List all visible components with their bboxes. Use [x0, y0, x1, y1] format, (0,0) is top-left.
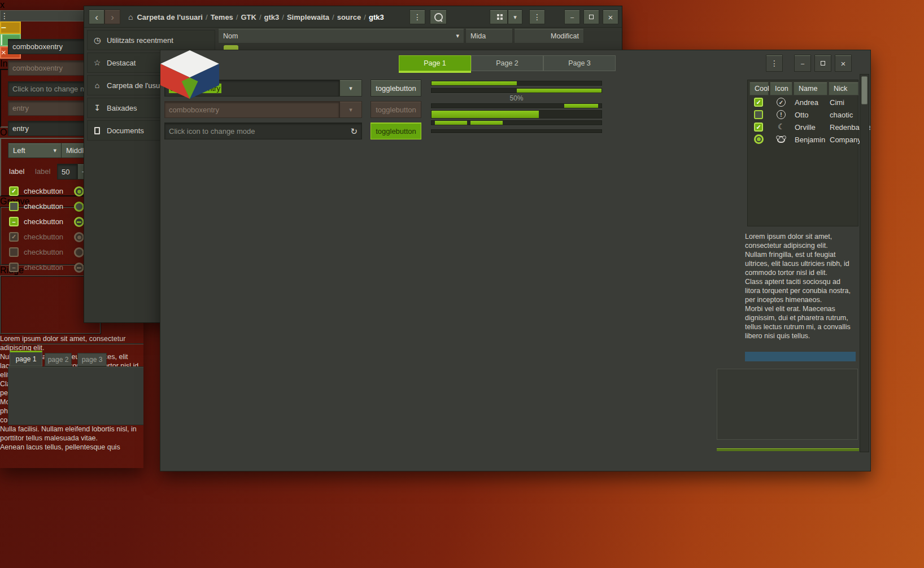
wf3-tree-header-nick[interactable]: Nick [829, 82, 858, 95]
wf3-scale-partial[interactable] [431, 129, 602, 133]
view-grid-button[interactable] [490, 10, 508, 24]
wf4-label-disabled: label [35, 167, 50, 176]
wf4-spinbutton-value[interactable]: 50 [57, 164, 77, 180]
row-checkbox-checked[interactable]: ✓ [754, 98, 763, 107]
wf4-label: label [9, 167, 24, 176]
search-button[interactable] [430, 10, 447, 24]
monkey-icon [777, 136, 785, 143]
moon-icon: ☾ [778, 123, 785, 130]
wf4-minimize-button[interactable]: – [0, 21, 21, 34]
wf3-progressbar-thick [431, 110, 602, 119]
text-selection-bar [745, 352, 856, 361]
forward-icon: › [111, 12, 114, 22]
menu-dots-icon: ⋮ [533, 13, 541, 21]
chevron-down-icon: ▾ [349, 85, 352, 91]
wf3-textview[interactable]: Lorem ipsum dolor sit amet, consectetur … [745, 232, 856, 364]
back-button[interactable]: ‹ [89, 10, 104, 24]
search-icon [434, 13, 443, 21]
wf3-tree-header-cool[interactable]: Cool [749, 82, 769, 95]
breadcrumb-home[interactable]: Carpeta de l'usuari [137, 13, 203, 21]
nb1-tab-page2[interactable]: page 2 [45, 353, 72, 366]
radio-mixed-disabled [74, 263, 84, 273]
clock-icon: ◷ [88, 36, 107, 45]
wf3-togglebutton-2: togglebutton [371, 101, 421, 118]
wf3-active-tab-underline [399, 71, 471, 73]
nb1-content [8, 366, 143, 425]
wf3-tree-header-name[interactable]: Name [794, 82, 827, 95]
wf3-maximize-button[interactable] [814, 55, 831, 72]
wf4-combo-left[interactable]: Left▾ [8, 143, 62, 158]
wf3-minimize-button[interactable]: – [794, 55, 811, 72]
checkbox-checked[interactable]: ✓ [9, 186, 19, 196]
wf3-tab-page1[interactable]: Page 1 [399, 55, 471, 71]
refresh-icon[interactable]: ↻ [350, 127, 358, 136]
breadcrumb-simplewaita[interactable]: Simplewaita [287, 13, 329, 21]
checkbox-mixed[interactable]: – [9, 217, 19, 226]
menu-dots-icon: ⋮ [413, 13, 421, 21]
minimize-icon: – [1, 23, 6, 32]
checkbox-checked-disabled: ✓ [9, 232, 19, 242]
breadcrumb-gtk[interactable]: GTK [241, 13, 256, 21]
nb1-tab-page3[interactable]: page 3 [77, 353, 107, 366]
wf3-tree-header-icon[interactable]: Icon [770, 82, 792, 95]
wf3-menu-button[interactable]: ⋮ [766, 55, 783, 72]
selected-text-line: Aenean lacus tellus, pellentesque quis [0, 443, 143, 452]
row-radio-selected[interactable] [754, 134, 764, 144]
menu-dots-icon: ⋮ [1, 11, 8, 20]
wf3-scrollbar[interactable] [860, 74, 869, 452]
maximize-button[interactable] [583, 10, 599, 24]
home-icon: ⌂ [88, 81, 107, 90]
wf3-horizontal-scrollbar[interactable] [717, 448, 859, 451]
separator [2, 343, 143, 344]
nb1-tab-page1[interactable]: page 1 [10, 351, 42, 366]
column-header-modified[interactable]: Modificat [514, 28, 584, 43]
forward-button[interactable]: › [104, 10, 120, 24]
column-header-name[interactable]: Nom ▾ [218, 28, 464, 43]
checkbox-unchecked[interactable] [9, 202, 19, 211]
path-menu-button[interactable]: ⋮ [409, 10, 425, 24]
maximize-icon [1, 34, 2, 45]
wf3-progress-label: 50% [431, 94, 602, 102]
wf3-combo-dropdown[interactable]: ▾ [339, 80, 362, 97]
breadcrumb-source[interactable]: source [337, 13, 361, 21]
minimize-icon: – [570, 14, 574, 20]
check-circle-icon: ✓ [777, 98, 786, 107]
wf3-tab-page2[interactable]: Page 2 [471, 55, 543, 71]
checkbox-mixed-disabled: – [9, 263, 19, 272]
breadcrumb-gtk3[interactable]: gtk3 [264, 13, 280, 21]
column-header-size[interactable]: Mida [465, 28, 513, 43]
wf3-lower-frame [717, 369, 858, 440]
app-menu-button[interactable]: ⋮ [529, 10, 545, 24]
star-icon: ☆ [88, 58, 107, 67]
row-checkbox-unchecked[interactable] [754, 110, 763, 119]
row-checkbox-checked[interactable]: ✓ [754, 123, 763, 132]
wf3-tab-page3[interactable]: Page 3 [543, 55, 616, 71]
radio-unselected-disabled [74, 247, 84, 257]
wf3-progressbar-1 [431, 81, 602, 86]
checkbox-unchecked-disabled [9, 247, 19, 257]
wf3-progressbar-rtl [431, 88, 602, 93]
radio-mixed[interactable] [74, 217, 84, 227]
wf3-togglebutton-3[interactable]: togglebutton [371, 123, 421, 139]
chevron-down-icon: ▾ [513, 14, 517, 20]
view-options-dropdown[interactable]: ▾ [508, 10, 522, 24]
radio-unselected[interactable] [74, 202, 84, 212]
wf3-mode-entry[interactable]: Click icon to change mode ↻ [164, 123, 362, 139]
breadcrumb-temes[interactable]: Temes [211, 13, 233, 21]
wf3-progressbar-activity [431, 120, 602, 125]
sidebar-item-recent[interactable]: ◷ Utilitzats recentment [87, 30, 215, 50]
minimize-icon: – [801, 60, 804, 67]
radio-selected[interactable] [74, 186, 84, 196]
warning-circle-icon: ! [777, 110, 786, 119]
scrollbar-thumb[interactable] [861, 76, 868, 104]
document-icon [88, 127, 107, 134]
wf3-togglebutton-1[interactable]: togglebutton [371, 80, 421, 97]
close-icon: × [1, 47, 6, 57]
chevron-down-icon: ▾ [349, 107, 352, 113]
wf3-close-button[interactable]: × [835, 55, 852, 72]
breadcrumb-current[interactable]: gtk3 [369, 13, 384, 21]
minimize-button[interactable]: – [564, 10, 580, 24]
download-icon: ↧ [88, 103, 107, 112]
radio-selected-disabled [74, 232, 84, 242]
close-button[interactable]: × [603, 10, 618, 24]
